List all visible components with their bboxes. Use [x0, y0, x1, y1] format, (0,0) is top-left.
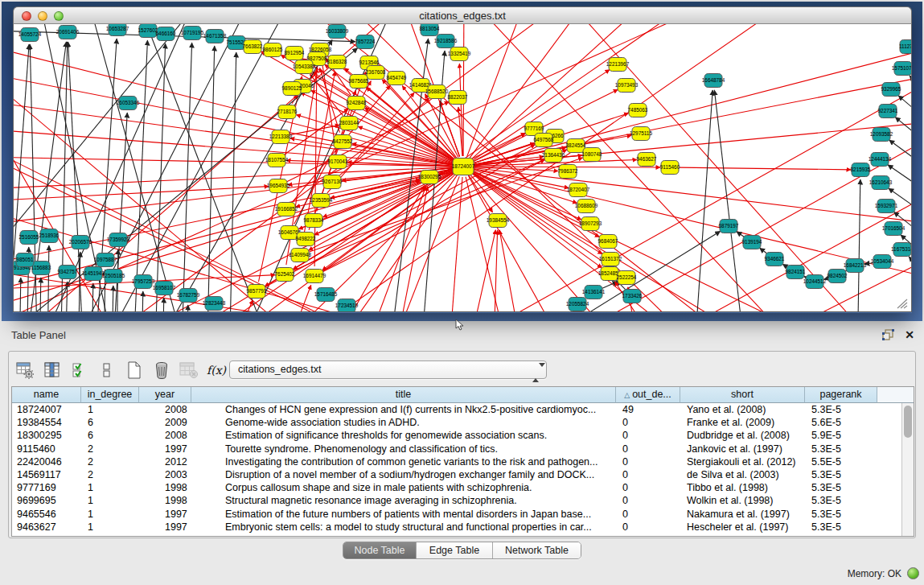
- column-header-title[interactable]: title: [191, 387, 616, 403]
- table-row[interactable]: 1456911722003Disruption of a novel membe…: [12, 468, 914, 481]
- graph-node[interactable]: 8427552: [333, 135, 353, 149]
- tab-network-table[interactable]: Network Table: [492, 542, 581, 558]
- graph-node[interactable]: 18720407: [567, 183, 590, 197]
- table-row[interactable]: 2242004622012Investigating the contribut…: [12, 455, 914, 468]
- float-panel-icon[interactable]: [882, 329, 894, 340]
- graph-node[interactable]: 12093582: [870, 128, 893, 142]
- graph-node[interactable]: 15716485: [314, 288, 338, 302]
- graph-node[interactable]: 9329965: [881, 83, 901, 97]
- table-settings-icon[interactable]: [15, 360, 35, 381]
- graph-node[interactable]: 10973493: [615, 79, 639, 93]
- graph-node[interactable]: 10653287: [106, 24, 129, 36]
- graph-node[interactable]: 16842213: [844, 259, 867, 273]
- graph-node[interactable]: 6466160: [156, 27, 176, 41]
- graph-node[interactable]: 12823448: [203, 297, 226, 311]
- graph-node[interactable]: 17359928: [107, 233, 130, 247]
- table-row[interactable]: 977716911998Corpus callosum shape and si…: [12, 481, 914, 494]
- graph-node[interactable]: 985051: [16, 253, 34, 267]
- graph-node[interactable]: 6879197: [719, 220, 739, 233]
- graph-node[interactable]: 11675314: [891, 243, 911, 257]
- table-row[interactable]: 1872400712008Changes of HCN gene express…: [12, 403, 914, 416]
- table-row[interactable]: 946362711997Embryonic stem cells: a mode…: [12, 521, 914, 534]
- graph-node[interactable]: 16914479: [303, 270, 326, 283]
- graph-node[interactable]: 10244512: [803, 275, 827, 289]
- graph-node[interactable]: 9878334: [304, 214, 324, 228]
- graph-node[interactable]: 14055724: [18, 28, 42, 42]
- graph-node[interactable]: 16648784: [702, 74, 725, 88]
- table-row[interactable]: 969969511998Structural magnetic resonanc…: [12, 494, 914, 507]
- graph-node[interactable]: 7485063: [628, 104, 648, 117]
- graph-node[interactable]: 9875685: [349, 75, 369, 89]
- graph-node[interactable]: 2718176: [277, 105, 298, 119]
- delete-table-icon[interactable]: [179, 360, 199, 381]
- table-row[interactable]: 911546021997Tourette syndrome. Phenomeno…: [12, 443, 914, 455]
- graph-node[interactable]: 2803144: [339, 117, 359, 130]
- network-canvas[interactable]: 1405572420691406106532871527602646616010…: [13, 24, 912, 312]
- graph-node[interactable]: 13325419: [448, 47, 471, 61]
- graph-node[interactable]: 2518936: [39, 229, 60, 243]
- graph-node[interactable]: 9860125: [263, 43, 283, 57]
- tab-node-table[interactable]: Node Table: [343, 542, 416, 558]
- graph-node[interactable]: 8454749: [387, 72, 407, 85]
- graph-node[interactable]: 9267130: [322, 175, 343, 189]
- graph-node[interactable]: 18107554: [265, 154, 289, 167]
- network-view-window[interactable]: citations_edges.txt 14055724206914061065…: [13, 6, 912, 313]
- graph-node[interactable]: 12505185: [102, 270, 125, 283]
- column-check-icon[interactable]: [70, 360, 89, 381]
- graph-node[interactable]: 1112734: [899, 40, 911, 54]
- graph-node[interactable]: 12213383: [269, 130, 293, 144]
- graph-node[interactable]: 21364436: [542, 149, 565, 163]
- column-header-name[interactable]: name: [12, 387, 81, 403]
- graph-node[interactable]: 9115460: [660, 161, 680, 175]
- graph-node[interactable]: 12444134: [869, 153, 892, 167]
- graph-node[interactable]: 15688520: [425, 85, 449, 99]
- show-column-icon[interactable]: [43, 360, 62, 381]
- graph-node[interactable]: 2516055: [19, 231, 39, 245]
- graph-node[interactable]: 20691406: [56, 26, 80, 39]
- graph-node[interactable]: 17234519: [335, 299, 359, 312]
- resize-grip[interactable]: [896, 298, 909, 309]
- graph-node[interactable]: 12975115: [630, 127, 652, 141]
- graph-node[interactable]: 14671358: [203, 30, 227, 43]
- table-row[interactable]: 1830029562008Estimation of significance …: [12, 429, 914, 442]
- rows-icon[interactable]: [97, 360, 117, 381]
- graph-node[interactable]: 8813054: [420, 24, 440, 36]
- graph-node[interactable]: 9498222: [296, 233, 316, 246]
- graph-node[interactable]: 9857791: [247, 285, 267, 299]
- table-vertical-scrollbar[interactable]: [901, 403, 914, 536]
- column-header-out_degree[interactable]: △out_de...: [616, 387, 680, 403]
- column-header-pagerank[interactable]: pagerank: [805, 387, 877, 403]
- graph-node[interactable]: 1080748: [582, 148, 602, 162]
- graph-node[interactable]: 16210643: [869, 176, 893, 190]
- table-row[interactable]: 1938455462009Genome-wide association stu…: [12, 416, 914, 429]
- graph-node[interactable]: 19218586: [434, 35, 458, 48]
- table-selector-dropdown[interactable]: citations_edges.txt: [229, 360, 547, 379]
- graph-node[interactable]: 9824502: [827, 270, 848, 283]
- graph-node[interactable]: 12353594: [310, 194, 333, 208]
- graph-node[interactable]: 26053346: [117, 97, 140, 110]
- graph-node[interactable]: 16958107: [153, 282, 176, 295]
- graph-node[interactable]: 9463627: [637, 153, 657, 167]
- graph-node[interactable]: 12055824: [566, 298, 589, 311]
- graph-node[interactable]: 18724007: [452, 159, 475, 175]
- column-header-short[interactable]: short: [680, 387, 805, 403]
- graph-node[interactable]: 6497568: [534, 134, 554, 147]
- graph-node[interactable]: 19654935: [267, 179, 290, 193]
- graph-node[interactable]: 10688609: [575, 200, 598, 213]
- graph-node[interactable]: 10719195: [181, 27, 204, 40]
- graph-node[interactable]: 19166852: [275, 203, 298, 216]
- graph-node[interactable]: 7625402: [275, 268, 295, 282]
- graph-node[interactable]: 9227341: [878, 105, 898, 118]
- graph-node[interactable]: 11409948: [289, 249, 311, 262]
- graph-node[interactable]: 9342757: [58, 266, 78, 279]
- close-panel-icon[interactable]: ✕: [905, 329, 914, 340]
- graph-node[interactable]: 10543382: [293, 60, 316, 74]
- create-column-icon[interactable]: [125, 360, 144, 381]
- graph-node[interactable]: 20206576: [69, 236, 92, 249]
- network-graph[interactable]: 1405572420691406106532871527602646616010…: [14, 24, 911, 311]
- scrollbar-thumb[interactable]: [904, 406, 912, 438]
- graph-node[interactable]: 16151372: [599, 253, 622, 266]
- graph-node[interactable]: 9684067: [598, 235, 618, 249]
- graph-node[interactable]: 8186328: [327, 56, 347, 69]
- function-builder-icon[interactable]: f(x): [207, 360, 226, 381]
